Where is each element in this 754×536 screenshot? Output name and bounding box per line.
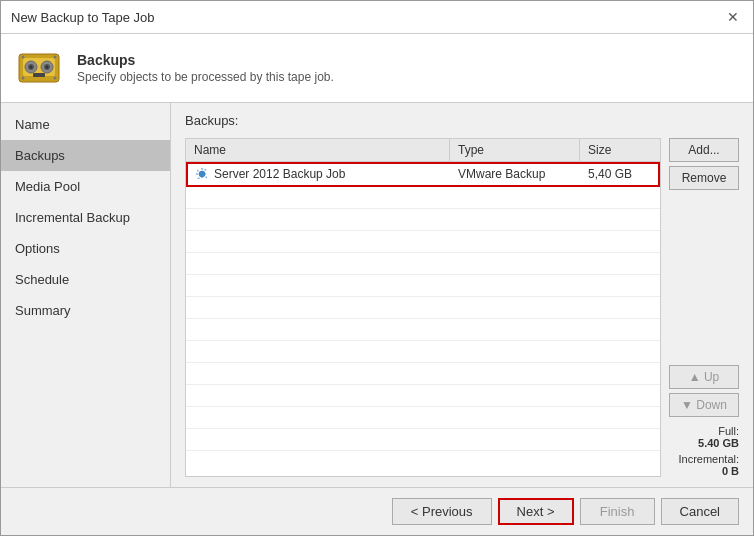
empty-row [186,407,660,429]
table-area: Name Type Size [185,138,739,477]
incremental-value: 0 B [722,465,739,477]
backup-job-icon [194,166,210,182]
table-header: Name Type Size [186,139,660,162]
svg-point-12 [54,77,57,80]
col-header-type: Type [450,139,580,161]
svg-point-11 [22,77,25,80]
empty-row [186,231,660,253]
empty-row [186,319,660,341]
footer: < Previous Next > Finish Cancel [1,487,753,535]
cancel-button[interactable]: Cancel [661,498,739,525]
svg-point-13 [199,171,205,177]
svg-rect-8 [33,73,45,77]
cell-name: Server 2012 Backup Job [186,162,450,186]
empty-row [186,297,660,319]
svg-point-10 [54,56,57,59]
svg-point-9 [22,56,25,59]
sidebar-item-media-pool[interactable]: Media Pool [1,171,170,202]
empty-row [186,363,660,385]
dialog-window: New Backup to Tape Job ✕ [0,0,754,536]
sidebar-item-name[interactable]: Name [1,109,170,140]
header-text: Backups Specify objects to be processed … [77,52,334,84]
dialog-title: New Backup to Tape Job [11,10,155,25]
incremental-label: Incremental: 0 B [669,453,739,477]
empty-row [186,429,660,451]
col-header-size: Size [580,139,660,161]
header-title: Backups [77,52,334,68]
section-label: Backups: [185,113,739,128]
empty-row [186,385,660,407]
side-buttons: Add... Remove ▲ Up ▼ Down Full: 5.40 GB [669,138,739,477]
header-subtitle: Specify objects to be processed by this … [77,70,334,84]
sidebar-item-options[interactable]: Options [1,233,170,264]
cell-type: VMware Backup [450,162,580,186]
next-button[interactable]: Next > [498,498,574,525]
close-button[interactable]: ✕ [723,7,743,27]
main-content: Backups: Name Type Size [171,103,753,487]
sidebar: Name Backups Media Pool Incremental Back… [1,103,171,487]
size-info: Full: 5.40 GB Incremental: 0 B [669,421,739,477]
previous-button[interactable]: < Previous [392,498,492,525]
full-label: Full: 5.40 GB [669,425,739,449]
sidebar-item-schedule[interactable]: Schedule [1,264,170,295]
sidebar-item-summary[interactable]: Summary [1,295,170,326]
add-button[interactable]: Add... [669,138,739,162]
svg-point-7 [46,66,49,69]
body: Name Backups Media Pool Incremental Back… [1,103,753,487]
full-value: 5.40 GB [698,437,739,449]
finish-button[interactable]: Finish [580,498,655,525]
sidebar-item-backups[interactable]: Backups [1,140,170,171]
up-button[interactable]: ▲ Up [669,365,739,389]
empty-row [186,275,660,297]
col-header-name: Name [186,139,450,161]
remove-button[interactable]: Remove [669,166,739,190]
empty-row [186,253,660,275]
down-arrow-icon: ▼ [681,398,693,412]
table-row[interactable]: Server 2012 Backup Job VMware Backup 5,4… [186,162,660,187]
svg-point-4 [30,66,33,69]
empty-row [186,341,660,363]
header-section: Backups Specify objects to be processed … [1,34,753,103]
sidebar-item-incremental-backup[interactable]: Incremental Backup [1,202,170,233]
empty-row [186,187,660,209]
cell-size: 5,40 GB [580,162,660,186]
down-button[interactable]: ▼ Down [669,393,739,417]
title-bar: New Backup to Tape Job ✕ [1,1,753,34]
tape-drive-icon [15,44,63,92]
row-name: Server 2012 Backup Job [214,167,345,181]
empty-row [186,209,660,231]
up-arrow-icon: ▲ [689,370,701,384]
backups-table: Name Type Size [185,138,661,477]
